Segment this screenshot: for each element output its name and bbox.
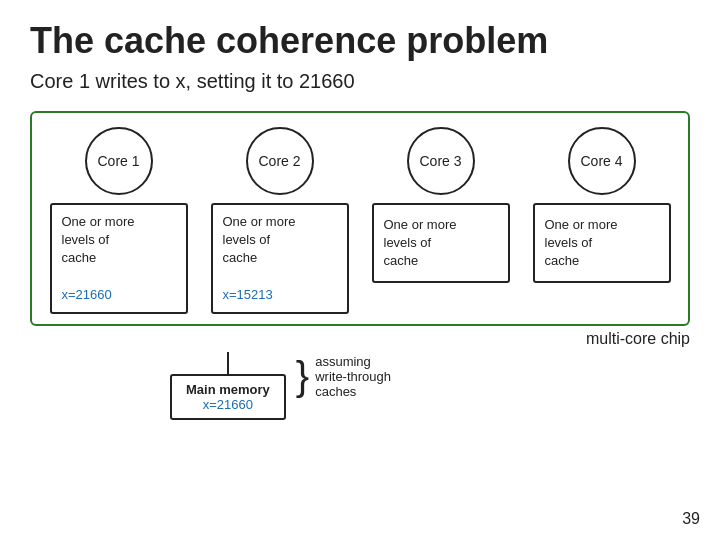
core3-cache-text: One or morelevels ofcache xyxy=(384,216,457,271)
assuming-text: assuming write-through caches xyxy=(315,354,391,399)
core-unit-4: Core 4 One or morelevels ofcache xyxy=(528,127,676,314)
core2-cache-text: One or morelevels ofcache xyxy=(223,213,296,268)
core-unit-2: Core 2 One or morelevels ofcache x=15213 xyxy=(206,127,354,314)
chip-container: Core 1 One or morelevels ofcache x=21660… xyxy=(30,111,690,326)
main-memory-value: x=21660 xyxy=(186,397,270,412)
slide: The cache coherence problem Core 1 write… xyxy=(0,0,720,540)
core2-cache-value: x=15213 xyxy=(223,286,273,304)
core1-cache-text: One or morelevels ofcache xyxy=(62,213,135,268)
core2-circle: Core 2 xyxy=(246,127,314,195)
core1-cache-value: x=21660 xyxy=(62,286,112,304)
core4-circle: Core 4 xyxy=(568,127,636,195)
core1-cache-box: One or morelevels ofcache x=21660 xyxy=(50,203,188,314)
core3-cache-box: One or morelevels ofcache xyxy=(372,203,510,283)
page-number: 39 xyxy=(682,510,700,528)
core4-cache-box: One or morelevels ofcache xyxy=(533,203,671,283)
brace-icon: } xyxy=(296,356,309,396)
multi-core-label: multi-core chip xyxy=(586,330,690,348)
core4-cache-text: One or morelevels ofcache xyxy=(545,216,618,271)
page-title: The cache coherence problem xyxy=(30,20,690,62)
core3-circle: Core 3 xyxy=(407,127,475,195)
main-memory-label: Main memory xyxy=(186,382,270,397)
core2-cache-box: One or morelevels ofcache x=15213 xyxy=(211,203,349,314)
main-memory-box: Main memory x=21660 xyxy=(170,374,286,420)
core-unit-3: Core 3 One or morelevels ofcache xyxy=(367,127,515,314)
core-unit-1: Core 1 One or morelevels ofcache x=21660 xyxy=(45,127,193,314)
subtitle: Core 1 writes to x, setting it to 21660 xyxy=(30,70,690,93)
connector-line-vert xyxy=(227,352,229,374)
assuming-section: } assuming write-through caches xyxy=(296,354,391,399)
core1-circle: Core 1 xyxy=(85,127,153,195)
